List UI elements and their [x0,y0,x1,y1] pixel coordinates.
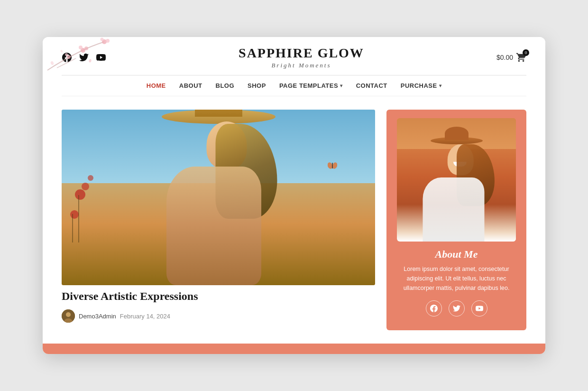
nav-home[interactable]: HOME [147,82,166,89]
nav-shop[interactable]: SHOP [248,82,266,89]
site-header: SAPPHIRE GLOW Bright Moments $0.00 0 HOM… [43,37,545,96]
site-nav: HOME ABOUT BLOG SHOP PAGE TEMPLATES ▾ CO… [62,75,526,96]
cart-price: $0.00 [496,54,513,61]
nav-purchase[interactable]: PURCHASE ▾ [401,82,441,89]
about-card-text: Lorem ipsum dolor sit amet, consectetur … [386,261,526,293]
about-person [419,147,495,242]
flower-3 [82,183,89,190]
about-card-image [397,118,516,242]
author-name: Demo3Admin [79,313,116,320]
main-post: Diverse Artistic Expressions Demo3Admin … [62,110,375,330]
svg-point-4 [101,38,104,41]
footer-strip [43,344,545,354]
about-twitter-button[interactable] [449,300,465,317]
purchase-chevron: ▾ [439,83,442,88]
about-card: About Me Lorem ipsum dolor sit amet, con… [386,110,526,330]
hero-image [62,110,375,285]
author-avatar [62,309,75,323]
cart-badge: 0 [523,49,529,56]
svg-point-5 [106,39,110,43]
hero-image-sim [62,110,375,285]
post-date: February 14, 2024 [120,313,170,320]
page-templates-chevron: ▾ [340,83,343,88]
main-content: Diverse Artistic Expressions Demo3Admin … [43,96,545,344]
about-facebook-button[interactable] [426,300,442,317]
about-card-socials [426,300,487,317]
site-tagline: Bright Moments [106,62,496,69]
svg-point-8 [50,61,54,65]
post-meta: Demo3Admin February 14, 2024 [62,309,375,323]
post-title: Diverse Artistic Expressions [62,290,375,303]
about-youtube-button[interactable] [471,300,487,317]
twitter-icon[interactable] [79,52,89,63]
nav-about[interactable]: ABOUT [179,82,202,89]
cart-icon-wrap[interactable]: 0 [516,52,526,63]
nav-page-templates[interactable]: PAGE TEMPLATES ▾ [279,82,343,89]
cart-area[interactable]: $0.00 0 [496,52,526,63]
about-card-title: About Me [435,248,478,261]
figure [143,110,294,285]
svg-point-3 [102,39,107,44]
svg-point-15 [66,312,71,317]
sidebar: About Me Lorem ipsum dolor sit amet, con… [386,110,526,330]
youtube-icon[interactable] [96,52,106,63]
flower-2 [70,210,79,219]
nav-blog[interactable]: BLOG [216,82,235,89]
header-social-icons [62,52,106,63]
header-top-row: SAPPHIRE GLOW Bright Moments $0.00 0 [62,46,526,75]
author-avatar-image [62,309,75,323]
site-title-block: SAPPHIRE GLOW Bright Moments [106,46,496,69]
stalk-1 [78,195,79,242]
browser-window: SAPPHIRE GLOW Bright Moments $0.00 0 HOM… [43,37,545,354]
site-title: SAPPHIRE GLOW [106,46,496,61]
nav-contact[interactable]: CONTACT [356,82,387,89]
stalk-2 [72,214,73,242]
flower-4 [88,175,93,181]
facebook-icon[interactable] [62,52,72,63]
flower-1 [75,189,85,200]
butterfly [328,162,337,171]
